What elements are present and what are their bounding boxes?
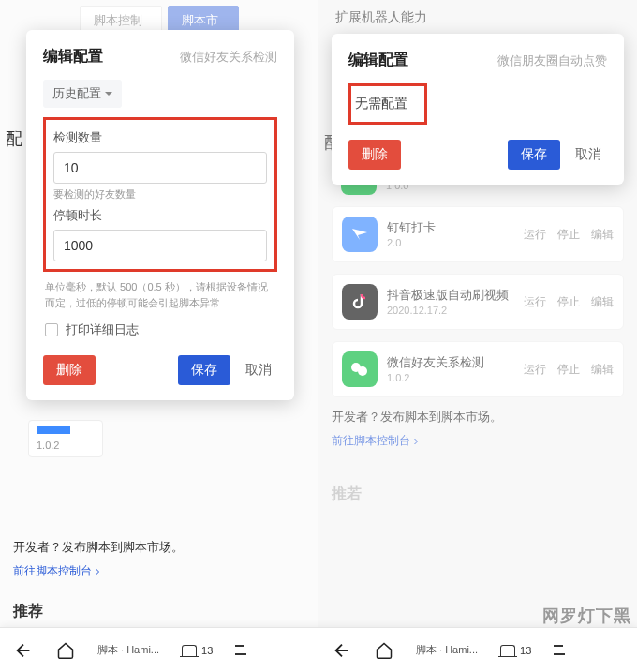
breadcrumb-r[interactable]: 脚本 · Hami... (416, 643, 478, 657)
left-phone-panel: 脚本控制台 脚本市场 配 1.0.2 开发者？发布脚本到脚本市场。 前往脚本控制… (0, 0, 318, 672)
watermark: 网罗灯下黑 (542, 605, 631, 627)
detect-count-hint: 要检测的好友数量 (53, 187, 267, 202)
pause-hint: 单位毫秒，默认 500（0.5 秒），请根据设备情况而定，过低的停顿可能会引起脚… (45, 279, 275, 310)
edit-config-dialog-right: 编辑配置 微信朋友圈自动点赞 无需配置 删除 保存 取消 (332, 34, 624, 185)
config-highlight-box: 检测数量 要检测的好友数量 停顿时长 (43, 117, 277, 272)
dialog-subtitle: 微信好友关系检测 (180, 49, 277, 66)
cfg-section-char: 配 (6, 127, 22, 150)
verbose-log-label: 打印详细日志 (66, 321, 139, 338)
no-config-highlight: 无需配置 (348, 83, 427, 125)
dev-prompt: 开发者？发布脚本到脚本市场。 (13, 539, 305, 556)
menu-icon-r[interactable] (554, 645, 569, 655)
history-config-select[interactable]: 历史配置 (43, 80, 122, 108)
dialog-title: 编辑配置 (43, 47, 103, 67)
detect-count-label: 检测数量 (53, 129, 267, 146)
delete-button-r[interactable]: 删除 (348, 140, 401, 170)
cancel-button-r[interactable]: 取消 (570, 140, 607, 170)
browser-bottom-bar: 脚本 · Hami... 13 脚本 · Hami... 13 (0, 627, 637, 672)
verbose-log-checkbox[interactable] (45, 323, 58, 336)
tabs-icon[interactable]: 13 (182, 645, 213, 656)
pause-duration-input[interactable] (53, 230, 267, 261)
dialog-title-r: 编辑配置 (348, 51, 408, 70)
home-icon-r[interactable] (375, 641, 393, 660)
edit-config-dialog-left: 编辑配置 微信好友关系检测 历史配置 检测数量 要检测的好友数量 停顿时长 单位… (26, 30, 294, 400)
save-button[interactable]: 保存 (178, 355, 230, 385)
recommend-heading: 推荐 (13, 602, 305, 621)
back-icon[interactable] (13, 640, 34, 661)
menu-icon[interactable] (235, 645, 250, 655)
breadcrumb[interactable]: 脚本 · Hami... (97, 643, 159, 657)
back-icon-r[interactable] (332, 640, 352, 661)
home-icon[interactable] (56, 641, 75, 660)
save-button-r[interactable]: 保存 (508, 140, 560, 170)
dialog-subtitle-r: 微信朋友圈自动点赞 (497, 52, 607, 69)
cancel-button[interactable]: 取消 (240, 355, 277, 385)
delete-button[interactable]: 删除 (43, 355, 96, 385)
pause-duration-label: 停顿时长 (53, 207, 267, 224)
right-phone-panel: 扩展机器人能力 配 ………动点赞 1.0.0 运行 停止 编辑 (318, 0, 637, 672)
tabs-icon-r[interactable]: 13 (500, 645, 531, 656)
detect-count-input[interactable] (53, 152, 267, 184)
chevron-down-icon (105, 92, 112, 99)
background-card-stub: 1.0.2 (28, 420, 103, 457)
dev-link[interactable]: 前往脚本控制台 (13, 563, 103, 579)
